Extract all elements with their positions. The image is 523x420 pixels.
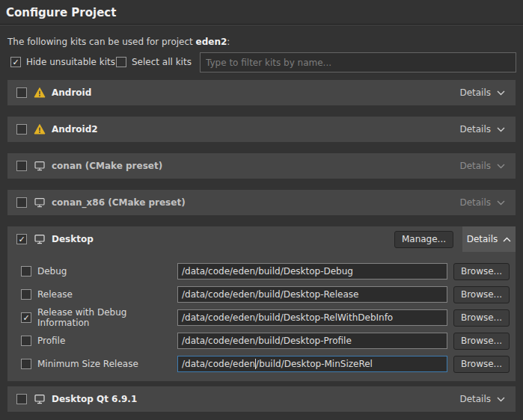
- details-label: Details: [459, 124, 491, 135]
- kit-row-android2: Android2 Details: [7, 117, 516, 142]
- kit-checkbox[interactable]: ✓: [16, 234, 27, 244]
- page-title: Configure Project: [6, 6, 116, 19]
- build-config-checkbox[interactable]: [21, 359, 31, 369]
- intro-prefix: The following kits can be used for proje…: [7, 37, 196, 47]
- kit-header[interactable]: ✓ Desktop Manage... Details: [7, 226, 516, 252]
- details-label: Details: [459, 394, 491, 404]
- build-config-label: Minimum Size Release: [37, 359, 177, 369]
- build-config-row-release: Release /data/code/eden/build/Desktop-Re…: [21, 286, 510, 303]
- kit-checkbox[interactable]: [16, 394, 27, 404]
- select-all-label: Select all kits: [132, 57, 192, 67]
- browse-button[interactable]: Browse...: [453, 356, 510, 373]
- build-config-row-minsizerel: Minimum Size Release /data/code/eden/bui…: [21, 356, 510, 372]
- build-dir-value: /data/code/eden/build/Desktop-Debug: [182, 266, 353, 277]
- desktop-icon: [34, 160, 46, 172]
- details-button[interactable]: Details: [459, 161, 516, 171]
- build-dir-value: /data/code/eden: [182, 359, 255, 369]
- warning-icon: [34, 87, 46, 99]
- details-label: Details: [459, 161, 491, 171]
- hide-unsuitable-kits-checkbox-group[interactable]: ✓ Hide unsuitable kits: [10, 57, 115, 67]
- chevron-down-icon: [497, 127, 505, 132]
- kit-name: Android: [52, 87, 91, 98]
- build-config-checkbox[interactable]: [21, 289, 31, 300]
- kit-checkbox[interactable]: [16, 161, 27, 171]
- build-config-label: Profile: [37, 336, 177, 346]
- details-button[interactable]: Details: [459, 394, 516, 404]
- kit-row-conan-x86: conan_x86 (CMake preset) Details: [7, 190, 516, 215]
- browse-button[interactable]: Browse...: [453, 286, 510, 303]
- kit-name: Desktop Qt 6.9.1: [52, 394, 137, 404]
- build-dir-value: /data/code/eden/build/Desktop-Release: [182, 289, 358, 300]
- build-config-row-debug: Debug /data/code/eden/build/Desktop-Debu…: [21, 263, 510, 280]
- details-button[interactable]: Details: [459, 197, 516, 208]
- title-separator: [0, 24, 523, 25]
- select-all-checkbox[interactable]: [116, 57, 126, 67]
- build-config-label: Release with Debug Information: [37, 307, 177, 328]
- browse-button[interactable]: Browse...: [453, 333, 510, 350]
- kit-row-desktop-qt: Desktop Qt 6.9.1 Details: [7, 386, 516, 412]
- chevron-down-icon: [497, 200, 505, 206]
- build-config-label: Debug: [37, 266, 177, 277]
- hide-unsuitable-label: Hide unsuitable kits: [26, 57, 115, 67]
- chevron-down-icon: [497, 164, 505, 169]
- kit-name: conan (CMake preset): [52, 161, 162, 171]
- desktop-icon: [34, 393, 46, 405]
- kit-header[interactable]: Android2 Details: [7, 117, 516, 142]
- details-button[interactable]: Details: [459, 87, 516, 98]
- chevron-down-icon: [497, 90, 505, 96]
- kit-filter-input[interactable]: [200, 52, 516, 72]
- select-all-kits-checkbox-group[interactable]: Select all kits: [116, 57, 192, 67]
- build-config-list: Debug /data/code/eden/build/Desktop-Debu…: [7, 252, 516, 381]
- hide-unsuitable-checkbox[interactable]: ✓: [10, 57, 21, 67]
- build-dir-input[interactable]: /data/code/eden/build/Desktop-Profile: [177, 333, 447, 349]
- build-config-label: Release: [37, 289, 177, 300]
- kit-header[interactable]: Desktop Qt 6.9.1 Details: [7, 386, 516, 412]
- build-dir-value: /build/Desktop-MinSizeRel: [256, 359, 373, 369]
- chevron-down-icon: [497, 397, 505, 402]
- warning-icon: [34, 123, 46, 135]
- browse-button[interactable]: Browse...: [453, 309, 510, 327]
- kit-header[interactable]: conan_x86 (CMake preset) Details: [7, 190, 516, 215]
- manage-button[interactable]: Manage...: [394, 231, 453, 248]
- intro-text: The following kits can be used for proje…: [7, 37, 230, 47]
- build-dir-input-focused[interactable]: /data/code/eden/build/Desktop-MinSizeRel: [177, 356, 447, 372]
- build-dir-input[interactable]: /data/code/eden/build/Desktop-Release: [177, 286, 447, 303]
- build-dir-value: /data/code/eden/build/Desktop-Profile: [182, 336, 352, 346]
- project-name: eden2: [196, 37, 227, 47]
- build-config-checkbox[interactable]: [21, 266, 31, 277]
- kit-checkbox[interactable]: [16, 124, 27, 135]
- details-button[interactable]: Details: [459, 124, 516, 135]
- chevron-up-icon: [503, 237, 511, 242]
- build-config-row-profile: Profile /data/code/eden/build/Desktop-Pr…: [21, 333, 510, 349]
- build-dir-input[interactable]: /data/code/eden/build/Desktop-Debug: [177, 263, 447, 280]
- kit-name: Android2: [52, 124, 98, 135]
- kit-name: conan_x86 (CMake preset): [52, 197, 186, 208]
- kit-checkbox[interactable]: [16, 197, 27, 208]
- build-config-row-relwithdebinfo: ✓ Release with Debug Information /data/c…: [21, 309, 510, 326]
- kit-row-android: Android Details: [7, 80, 516, 105]
- kit-row-desktop: ✓ Desktop Manage... Details Debug /data/…: [7, 226, 516, 381]
- details-label: Details: [467, 234, 498, 244]
- build-dir-value: /data/code/eden/build/Desktop-RelWithDeb…: [182, 312, 393, 323]
- intro-suffix: :: [227, 37, 230, 47]
- kit-row-conan: conan (CMake preset) Details: [7, 153, 516, 179]
- kit-header[interactable]: Android Details: [7, 80, 516, 105]
- details-button[interactable]: Details: [462, 226, 516, 252]
- desktop-icon: [34, 233, 46, 245]
- kit-checkbox[interactable]: [16, 87, 27, 98]
- build-dir-input[interactable]: /data/code/eden/build/Desktop-RelWithDeb…: [177, 309, 447, 326]
- desktop-icon: [34, 197, 46, 209]
- details-label: Details: [459, 87, 491, 98]
- browse-button[interactable]: Browse...: [453, 263, 510, 280]
- details-label: Details: [459, 197, 491, 208]
- kit-header[interactable]: conan (CMake preset) Details: [7, 153, 516, 179]
- build-config-checkbox[interactable]: ✓: [21, 312, 31, 323]
- kit-name: Desktop: [52, 234, 94, 244]
- build-config-checkbox[interactable]: [21, 336, 31, 346]
